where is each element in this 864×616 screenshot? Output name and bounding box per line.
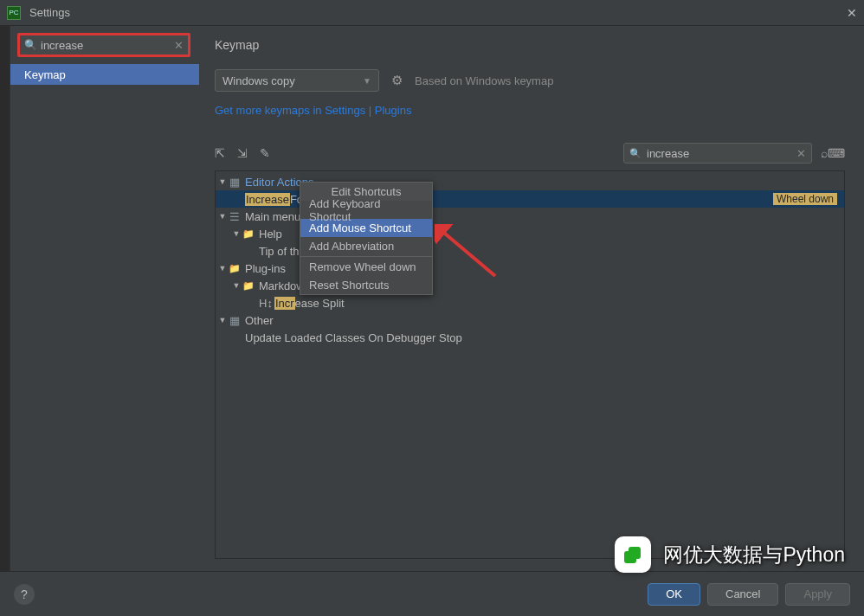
ok-button[interactable]: OK [648,583,700,606]
chevron-down-icon: ▼ [363,76,371,86]
menu-separator [300,256,432,257]
plugins-link[interactable]: Plugins [375,104,412,117]
page-title: Keymap [215,38,845,52]
sidebar-search-input[interactable]: 🔍 increase ✕ [17,33,190,57]
keymap-search-input[interactable]: 🔍 increase ✕ [623,143,812,164]
apply-button[interactable]: Apply [785,583,850,606]
titlebar: PC Settings ✕ [0,0,864,26]
shortcut-badge: Wheel down [773,193,837,205]
sidebar: 🔍 increase ✕ Keymap [10,26,199,571]
wechat-icon [615,536,651,573]
keymap-link-row: Get more keymaps in Settings | Plugins [215,104,845,117]
tree-item-update-loaded[interactable]: Update Loaded Classes On Debugger Stop [216,329,844,346]
tree-item-increase-split[interactable]: H↕Increase Split [216,294,844,311]
close-icon[interactable]: ✕ [847,6,857,20]
clear-icon[interactable]: ✕ [796,147,806,160]
main-panel: Keymap Windows copy ▼ ⚙ Based on Windows… [199,26,864,571]
help-button[interactable]: ? [14,584,35,605]
find-shortcut-icon[interactable]: ⌕⌨ [821,146,845,160]
search-icon: 🔍 [24,39,37,51]
edit-icon[interactable]: ✎ [260,146,270,160]
tree-group-other[interactable]: ▼▦ Other [216,311,844,329]
expand-all-icon[interactable]: ⇱ [215,146,225,160]
footer: ? OK Cancel Apply [0,571,864,616]
menu-add-abbreviation[interactable]: Add Abbreviation [300,237,432,255]
settings-link[interactable]: Settings [325,104,365,117]
clear-icon[interactable]: ✕ [174,39,184,52]
cancel-button[interactable]: Cancel [707,583,778,606]
app-icon: PC [7,6,21,20]
keymap-dropdown[interactable]: Windows copy ▼ [215,69,379,92]
menu-reset-shortcuts[interactable]: Reset Shortcuts [300,276,432,294]
window-title: Settings [29,6,70,19]
watermark-text: 网优大数据与Python [663,542,845,568]
menu-add-keyboard-shortcut[interactable]: Add Keyboard Shortcut [300,201,432,219]
search-icon: 🔍 [629,148,642,159]
collapse-all-icon[interactable]: ⇲ [237,146,248,160]
left-strip [0,26,10,571]
sidebar-item-keymap[interactable]: Keymap [10,64,199,85]
watermark: 网优大数据与Python [615,536,845,573]
context-menu: Edit Shortcuts Add Keyboard Shortcut Add… [300,182,433,295]
gear-icon[interactable]: ⚙ [391,73,403,88]
based-on-label: Based on Windows keymap [415,74,553,87]
menu-remove-shortcut[interactable]: Remove Wheel down [300,258,432,276]
